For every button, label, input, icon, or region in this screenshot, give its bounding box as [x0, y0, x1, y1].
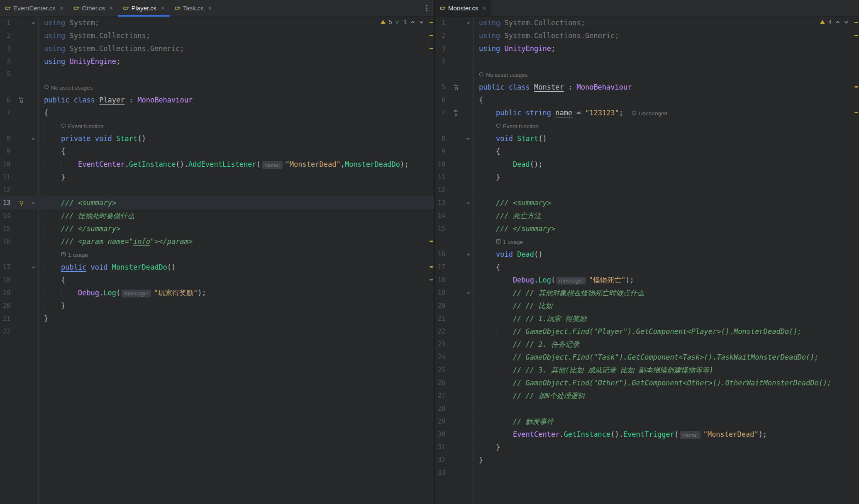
stripe-mark-warning[interactable]	[430, 48, 433, 49]
stripe-mark-warning[interactable]	[854, 22, 858, 23]
line-number[interactable]: 32	[435, 454, 449, 467]
code-line[interactable]: /// </summary>	[473, 222, 555, 235]
code-line[interactable]: /// <summary>	[38, 197, 116, 209]
stripe-mark-warning[interactable]	[430, 22, 433, 23]
line-number[interactable]: 6	[0, 94, 14, 107]
code-line[interactable]	[473, 402, 513, 415]
code-line[interactable]: public void MonsterDeadDo()	[38, 261, 176, 274]
line-number[interactable]: 18	[0, 274, 14, 287]
tab-monster-cs[interactable]: C#Monster.cs×	[435, 0, 491, 16]
line-number[interactable]: 10	[435, 158, 449, 171]
code-line[interactable]: }	[38, 171, 65, 184]
line-number[interactable]: 2	[0, 29, 14, 42]
codevision-line[interactable]: No asset usages	[473, 68, 528, 81]
line-number[interactable]: 4	[0, 55, 14, 68]
tab-player-cs[interactable]: C#Player.cs×	[118, 0, 169, 16]
stripe-mark-warning[interactable]	[854, 112, 858, 113]
fold-icon[interactable]	[28, 197, 38, 209]
line-number[interactable]	[435, 119, 449, 132]
line-number[interactable]: 14	[0, 209, 14, 222]
line-number[interactable]: 1	[435, 17, 449, 29]
code-line[interactable]: public class Player : MonoBehaviour	[38, 94, 193, 107]
line-number[interactable]: 14	[435, 209, 449, 222]
unity-icon[interactable]	[449, 81, 463, 94]
code-line[interactable]: // GameObject.Find("Other").GetComponent…	[473, 377, 832, 390]
code-line[interactable]: using System.Collections.Generic;	[38, 42, 184, 55]
code-line[interactable]: // GameObject.Find("Task").GetComponent<…	[473, 351, 819, 364]
line-number[interactable]: 27	[435, 390, 449, 402]
line-number[interactable]: 5	[435, 81, 449, 94]
line-number[interactable]: 7	[0, 107, 14, 119]
code-line[interactable]: // // 其他对象想在怪物死亡时做点什么	[473, 287, 644, 299]
code-line[interactable]: void Start()	[473, 132, 547, 145]
line-number[interactable]: 8	[435, 132, 449, 145]
code-line[interactable]: EventCenter.GetInstance().AddEventListen…	[38, 158, 408, 171]
line-number[interactable]: 31	[435, 441, 449, 454]
inspections-widget-right[interactable]: 4	[820, 19, 849, 25]
code-line[interactable]	[473, 55, 479, 68]
code-line[interactable]: }	[473, 454, 483, 467]
codevision-line[interactable]: Event function	[38, 119, 104, 132]
line-number[interactable]: 11	[435, 171, 449, 184]
line-number[interactable]: 26	[435, 377, 449, 390]
line-number[interactable]: 21	[435, 312, 449, 325]
stripe-mark-warning[interactable]	[430, 35, 433, 36]
codevision-hint[interactable]: Event function	[61, 120, 104, 133]
line-number[interactable]	[0, 81, 14, 94]
line-number[interactable]: 24	[435, 351, 449, 364]
stripe-mark-warning[interactable]	[854, 35, 858, 36]
code-line[interactable]: /// 死亡方法	[473, 209, 541, 222]
code-line[interactable]: /// <param name="info"></param>	[38, 235, 193, 248]
line-number[interactable]: 19	[0, 287, 14, 299]
unity-icon[interactable]	[14, 94, 28, 107]
code-line[interactable]: Debug.Log(message:"怪物死亡");	[473, 274, 634, 287]
code-line[interactable]: using System;	[38, 17, 99, 29]
code-line[interactable]: using System.Collections;	[38, 29, 150, 42]
code-line[interactable]: {	[473, 145, 500, 158]
line-number[interactable]: 19	[435, 287, 449, 299]
codevision-line[interactable]: 1 usage	[38, 248, 88, 261]
line-number[interactable]: 1	[0, 17, 14, 29]
line-number[interactable]	[0, 248, 14, 261]
code-line[interactable]: /// <summary>	[473, 197, 551, 209]
line-number[interactable]: 9	[0, 145, 14, 158]
code-line[interactable]: {	[38, 274, 65, 287]
code-line[interactable]: // // 3. 其他(比如 成就记录 比如 副本继续创建怪物等等)	[473, 364, 713, 377]
code-line[interactable]: }	[38, 312, 48, 325]
fold-icon[interactable]	[463, 248, 473, 261]
code-line[interactable]: // // 加N个处理逻辑	[473, 390, 585, 402]
tab-task-cs[interactable]: C#Task.cs×	[170, 0, 217, 16]
line-number[interactable]: 17	[0, 261, 14, 274]
code-line[interactable]: void Dead()	[473, 248, 543, 261]
more-options-icon[interactable]	[419, 0, 434, 16]
stripe-mark-ok[interactable]	[430, 279, 433, 280]
line-number[interactable]: 21	[0, 312, 14, 325]
error-stripe-left[interactable]	[428, 17, 434, 504]
line-number[interactable]: 10	[0, 158, 14, 171]
code-line[interactable]: using System.Collections.Generic;	[473, 29, 619, 42]
code-line[interactable]: // // 2. 任务记录	[473, 338, 579, 351]
code-line[interactable]: EventCenter.GetInstance().EventTrigger(n…	[473, 428, 767, 441]
stripe-mark-warning[interactable]	[430, 266, 433, 268]
tab-close-icon[interactable]: ×	[208, 5, 212, 12]
line-number[interactable]: 6	[435, 94, 449, 107]
cross-icon[interactable]	[449, 107, 463, 119]
line-number[interactable]: 22	[0, 325, 14, 338]
line-number[interactable]: 16	[435, 248, 449, 261]
line-number[interactable]: 5	[0, 68, 14, 81]
code-line[interactable]: // // 比如	[473, 299, 552, 312]
line-number[interactable]	[435, 68, 449, 81]
codevision-hint[interactable]: Event function	[496, 120, 539, 133]
line-number[interactable]: 8	[0, 132, 14, 145]
code-line[interactable]: public class Monster : MonoBehaviour	[473, 81, 632, 94]
line-number[interactable]: 12	[0, 184, 14, 197]
code-line[interactable]: Debug.Log(message:"玩家得奖励");	[38, 287, 206, 299]
code-line[interactable]	[38, 68, 44, 81]
line-number[interactable]	[435, 235, 449, 248]
codevision-hint[interactable]: 1 usage	[496, 236, 523, 248]
code-line[interactable]	[473, 184, 496, 197]
line-number[interactable]: 3	[0, 42, 14, 55]
line-number[interactable]: 15	[435, 222, 449, 235]
code-line[interactable]	[473, 467, 479, 480]
fold-icon[interactable]	[463, 132, 473, 145]
